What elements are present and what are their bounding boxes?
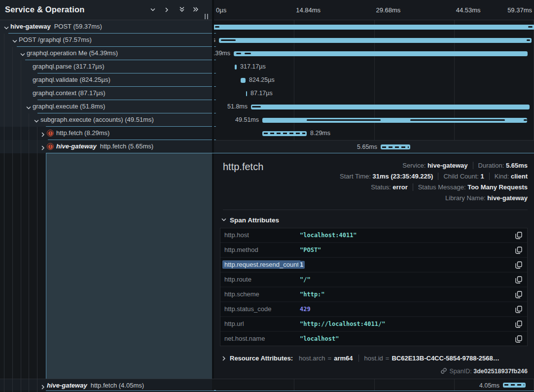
timeline-row: 4.05ms [214,379,534,391]
detail-divider [223,210,528,210]
indent-guide [29,153,29,392]
span-bar[interactable] [262,131,307,136]
resource-pair: host.arch=arm64 [299,355,353,362]
copy-icon[interactable] [515,291,523,299]
span-id-row: SpanID: 3de02518937fb246 [440,367,528,376]
tree-row[interactable]: subgraph.execute (accounts) (49.51ms) [0,113,212,127]
timeline-row: 51.8ms [214,100,534,113]
operation-name: graphql.execute (51.8ms) [33,103,105,110]
span-bar[interactable] [234,51,528,56]
indent-guide [21,127,21,140]
link-icon[interactable] [440,367,447,374]
chevron-down-icon[interactable] [20,51,26,57]
chevron-right-icon[interactable] [40,383,46,389]
copy-icon[interactable] [515,321,523,328]
tree-row[interactable]: graphql.context (87.17µs) [0,87,212,100]
trace-viewer: Service & Operation hive-gatewayPOST (59… [0,0,534,392]
resource-pair: host.id=BC62E13B-C4CC-5854-9788-2568… [358,355,499,362]
meta-label: Kind: [495,173,511,180]
child-span-marker [524,119,527,121]
chevron-right-icon[interactable] [40,144,46,150]
meta-value: 5.65ms [506,162,528,169]
chevron-right-icon[interactable] [40,131,46,137]
copy-icon[interactable] [515,335,523,343]
tree-row[interactable]: hive-gatewayhttp.fetch (4.05ms) [0,379,212,391]
span-label: graphql.operation Me (54.39ms) [27,49,118,57]
timeline-row: 5.65ms [214,140,534,153]
indent-guide [29,140,29,153]
meta-pair: Child Count: 1 [438,173,484,180]
indent-guide [37,153,37,392]
operation-name: graphql.operation Me (54.39ms) [27,49,118,57]
tree-row[interactable]: hive-gatewayhttp.fetch (5.65ms) [0,140,212,153]
child-span-marker [236,53,241,54]
pane-resize-handle[interactable] [205,12,211,18]
indent-guide [12,153,13,392]
attribute-key: http.route [224,276,251,283]
selected-row-border [46,153,534,153]
tree-row[interactable]: graphql.operation Me (54.39ms) [0,47,212,60]
span-bar[interactable] [241,78,246,83]
chevron-down-icon[interactable] [3,24,9,30]
timeline-row: 57.57ms [214,34,534,47]
duration-label: 57.57ms [214,36,215,43]
operation-name: http.fetch (8.29ms) [56,129,109,137]
span-bar[interactable] [219,38,532,43]
attribute-key: http.request.resend_count [222,260,301,269]
double-chevron-right-icon[interactable] [192,6,201,15]
tree-row[interactable]: POST /graphql (57.57ms) [0,34,212,47]
resource-key: host.arch [299,355,325,362]
indent-guide [21,113,21,127]
meta-value: Too Many Requests [467,183,528,191]
tree-row[interactable]: http.fetch (8.29ms) [0,127,212,140]
indent-guide [12,379,13,391]
chevron-down-icon[interactable] [26,104,32,110]
indent-guide [29,113,29,127]
indent-guide [4,140,4,153]
span-label: graphql.validate (824.25µs) [33,76,110,83]
error-icon [47,130,54,137]
chevron-down-icon[interactable] [12,37,18,43]
span-bar[interactable] [214,25,534,30]
tree-row[interactable]: graphql.execute (51.8ms) [0,100,212,113]
resource-attributes-title[interactable]: Resource Attributes: [230,355,293,362]
span-attributes-table: http.host"localhost:4011"http.method"POS… [220,228,528,346]
meta-value: error [392,183,407,191]
chevron-down-icon[interactable] [149,6,158,15]
span-bar[interactable] [503,383,526,388]
meta-pair: Library Name: hive-gateway [445,194,528,202]
timeline-row: 8.29ms [214,127,534,140]
copy-icon[interactable] [515,247,523,254]
copy-icon[interactable] [515,232,523,240]
chevron-right-icon[interactable] [221,356,227,363]
span-bar[interactable] [381,144,410,149]
copy-icon[interactable] [515,276,523,284]
copy-icon[interactable] [515,306,523,314]
service-name: hive-gateway [10,23,51,30]
meta-label: Status: [371,183,392,191]
child-span-marker [527,39,530,41]
indent-guide [37,379,37,391]
span-attributes-header[interactable]: Span Attributes [221,216,279,224]
tree-row[interactable]: graphql.validate (824.25µs) [0,73,212,87]
chevron-right-icon[interactable] [164,6,173,15]
child-span-marker [215,26,219,28]
timeline-tick: 29.68ms [376,6,401,14]
span-bar[interactable] [251,105,530,109]
copy-icon[interactable] [515,261,523,269]
span-bar[interactable] [246,91,247,96]
span-label: subgraph.execute (accounts) (49.51ms) [40,116,154,123]
tree-row[interactable]: graphql.parse (317.17µs) [0,60,212,73]
meta-label: Library Name: [445,194,487,202]
indent-guide [4,127,4,140]
meta-pair: Kind: client [489,173,528,180]
double-chevron-down-icon[interactable] [178,6,187,15]
tree-row[interactable]: hive-gatewayPOST (59.37ms) [0,20,212,34]
service-name: hive-gateway [47,382,87,389]
operation-name: graphql.validate (824.25µs) [33,76,110,83]
selected-span-detail-filler [46,153,214,379]
span-label: hive-gatewayhttp.fetch (4.05ms) [47,382,144,389]
attribute-value: 429 [300,306,311,313]
span-bar[interactable] [235,65,237,70]
chevron-down-icon[interactable] [34,117,39,123]
